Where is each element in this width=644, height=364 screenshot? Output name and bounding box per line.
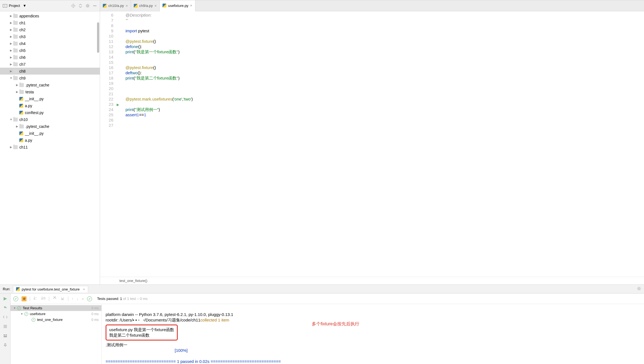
tree-item-ch4[interactable]: ▶ch4 [0,40,100,47]
chevron-icon[interactable]: ▼ [13,307,17,310]
code-line[interactable] [125,60,641,65]
close-icon[interactable]: × [83,287,85,291]
chevron-icon[interactable]: ▶ [15,125,19,128]
editor-tab-ch10-a-py[interactable]: ch10/a.py× [100,0,131,11]
collapse-all-icon[interactable] [60,296,65,301]
chevron-icon[interactable]: ▶ [15,83,19,86]
scrollbar-thumb[interactable] [97,22,99,53]
tree-item-ch1[interactable]: ▶ch1 [0,19,100,26]
more-icon[interactable]: » [82,297,84,301]
tree-item-ch3[interactable]: ▶ch3 [0,33,100,40]
code-line[interactable]: ''' [125,18,641,23]
chevron-icon[interactable]: ▶ [9,35,13,38]
code-line[interactable] [125,117,641,123]
close-icon[interactable]: × [190,3,192,8]
tree-item-a-py[interactable]: a.py [0,102,100,109]
project-tree[interactable]: ▶appendices▶ch1▶ch2▶ch3▶ch4▶ch5▶ch6▶ch7▶… [0,11,100,284]
pin-icon[interactable] [3,343,8,348]
editor-tab-ch9-a-py[interactable]: ch9/a.py× [131,0,160,11]
project-title[interactable]: Project ▼ [3,4,71,8]
code-line[interactable]: print("测试用例一") [125,107,641,112]
editor-tab-usefixture-py[interactable]: usefixture.py× [160,0,195,11]
chevron-icon[interactable]: ▶ [9,63,13,66]
editor-body[interactable]: 6789101112131415161718192021222324252627… [100,11,644,277]
tree-item-ch10[interactable]: ▼ch10 [0,116,100,123]
chevron-icon[interactable]: ▶ [9,49,13,52]
tree-item-ch7[interactable]: ▶ch7 [0,61,100,68]
chevron-icon[interactable]: ▶ [9,28,13,31]
tab-label: ch10/a.py [108,4,124,8]
test-tree-row[interactable]: ✓test_one_fixture0 ms [11,317,101,323]
expand-all-icon[interactable] [53,296,57,301]
test-tree-row[interactable]: ▼✓usefixture0 ms [11,311,101,317]
code-line[interactable] [125,86,641,91]
console-output[interactable]: platform darwin -- Python 3.7.6, pytest-… [102,304,644,364]
code-line[interactable]: def test_one_fixture(): [100,102,644,107]
tree-item-appendices[interactable]: ▶appendices [0,12,100,19]
chevron-icon[interactable]: ▶ [9,70,13,73]
test-results-tree[interactable]: ▼✓Test Results0 ms▼✓usefixture0 ms✓test_… [11,304,102,364]
tree-item--pytest-cache[interactable]: ▶.pytest_cache [0,123,100,130]
tree-item-testa[interactable]: ▶testa [0,88,100,95]
next-failed-icon[interactable]: ↓ [77,297,79,301]
tree-item-ch5[interactable]: ▶ch5 [0,47,100,54]
code-line[interactable] [125,81,641,86]
code-line[interactable]: print("我是第一个fixture函数") [125,49,641,54]
tree-item-ch8[interactable]: ▶ch8 [0,68,100,75]
test-tree-row[interactable]: ▼✓Test Results0 ms [11,305,101,311]
code-line[interactable]: def two(): [125,70,641,75]
code-line[interactable] [125,91,641,96]
tree-item-a-py[interactable]: a.py [0,137,100,144]
chevron-icon[interactable]: ▶ [9,42,13,45]
toggle-auto-icon[interactable] [3,315,8,320]
chevron-icon[interactable]: ▼ [9,118,13,121]
sort-duration-icon[interactable] [41,296,46,301]
code-line[interactable]: print("我是第二个fixture函数") [125,75,641,81]
code-line[interactable] [125,54,641,60]
expand-all-icon[interactable] [78,4,83,8]
breadcrumb-bar[interactable]: test_one_fixture() [100,277,644,284]
chevron-icon[interactable]: ▶ [9,21,13,24]
code-line[interactable]: @pytest.fixture() [125,65,641,70]
tree-item---init---py[interactable]: __init__.py [0,130,100,137]
layout-icon[interactable] [3,333,8,338]
code-line[interactable]: @Description: [125,12,641,18]
chevron-icon[interactable]: ▶ [9,56,13,59]
tree-item-conftest-py[interactable]: conftest.py [0,109,100,116]
tree-item-ch2[interactable]: ▶ch2 [0,26,100,33]
code-line[interactable]: @pytest.mark.usefixtures('one','two') [125,96,641,102]
rerun-icon[interactable]: ▶ [3,296,8,301]
close-icon[interactable]: × [155,4,157,8]
locate-icon[interactable] [71,4,75,8]
settings-gear-icon[interactable] [637,286,641,292]
tree-item---init---py[interactable]: __init__.py [0,95,100,102]
code-line[interactable]: @pytest.fixture() [125,39,641,44]
chevron-icon[interactable]: ▼ [20,312,24,315]
tree-item--pytest-cache[interactable]: ▶.pytest_cache [0,81,100,88]
code-line[interactable]: def one(): [125,44,641,49]
code-line[interactable] [125,123,641,128]
chevron-icon[interactable]: ▶ [9,146,13,149]
code-line[interactable] [125,33,641,39]
hide-icon[interactable] [93,4,97,8]
code-line[interactable]: assert 1==1 [125,112,641,117]
settings-gear-icon[interactable] [85,4,90,8]
close-icon[interactable]: × [125,4,128,8]
chevron-icon[interactable]: ▶ [15,90,19,93]
tree-item-ch6[interactable]: ▶ch6 [0,54,100,61]
code-line[interactable]: import pytest [125,28,641,33]
tree-item-ch11[interactable]: ▶ch11 [0,144,100,151]
code-line[interactable] [125,23,641,28]
sort-alpha-icon[interactable]: az [33,296,38,301]
run-line-icon[interactable]: ▶ [117,103,119,107]
stop-icon[interactable] [3,324,8,329]
rerun-failed-icon[interactable] [3,305,8,310]
code-content[interactable]: @Description:''' import pytest @pytest.f… [123,11,644,277]
chevron-icon[interactable]: ▼ [9,77,13,80]
chevron-icon[interactable]: ▶ [9,14,13,17]
tree-item-ch9[interactable]: ▼ch9 [0,75,100,81]
show-ignored-icon[interactable]: ⊘ [22,296,27,301]
show-passed-icon[interactable]: ✓ [13,296,18,301]
run-config-tab[interactable]: pytest for usefixture.test_one_fixture × [13,286,88,292]
prev-failed-icon[interactable]: ↑ [72,297,74,301]
